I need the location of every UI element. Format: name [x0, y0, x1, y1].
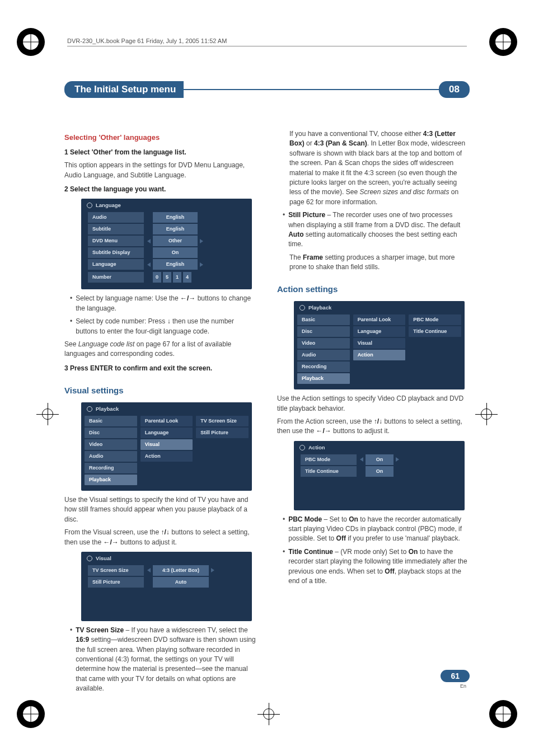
menu-item: Subtitle	[88, 224, 144, 234]
menu-item: Number	[88, 272, 144, 283]
code-digit: 1	[173, 272, 181, 283]
menu-item: Basic	[85, 416, 137, 426]
up-down-arrow-icon: ↑/↓	[374, 417, 382, 425]
menu-title: Playback	[96, 405, 119, 413]
bullet-text: Select by language name: Use the ←/→ but…	[76, 294, 257, 313]
gear-icon	[87, 203, 92, 208]
body-text: This option appears in the settings for …	[64, 161, 257, 180]
menu-item: TV Screen Size	[88, 565, 144, 576]
left-right-arrow-icon: ←/→	[316, 427, 331, 435]
menu-value: English	[153, 212, 198, 223]
code-digit: 0	[153, 272, 161, 283]
left-right-arrow-icon: ←/→	[180, 294, 195, 302]
menu-item: Disc	[297, 326, 350, 337]
menu-item: Parental Look	[353, 314, 406, 325]
code-digit: 5	[163, 272, 171, 283]
action-menu-screenshot: Action PBC ModeOn Title ContinueOn	[294, 441, 465, 510]
chapter-number: 08	[439, 81, 470, 98]
menu-item-selected: Action	[353, 350, 406, 360]
body-text: From the Action screen, use the ↑/↓ butt…	[277, 417, 470, 436]
registration-mark-icon	[489, 28, 517, 56]
section-heading: Visual settings	[64, 384, 257, 397]
menu-item-selected: Visual	[140, 439, 193, 450]
code-digit: 4	[183, 272, 191, 283]
menu-item: Video	[85, 439, 137, 450]
left-column: Selecting 'Other' languages 1 Select 'Ot…	[64, 126, 257, 697]
menu-item: Language	[88, 259, 144, 270]
gear-icon	[299, 445, 305, 450]
menu-item: Audio	[85, 451, 137, 462]
registration-mark-icon	[489, 700, 517, 728]
gear-icon	[87, 556, 92, 561]
step-label: 3 Press ENTER to confirm and exit the sc…	[64, 364, 212, 372]
menu-item: DVD Menu	[88, 236, 144, 246]
header-rule	[67, 46, 467, 46]
book-meta: DVR-230_UK.book Page 61 Friday, July 1, …	[67, 37, 227, 44]
section-heading: Action settings	[277, 283, 470, 295]
menu-item: Recording	[297, 361, 350, 372]
menu-item: Language	[353, 326, 406, 337]
menu-value: Auto	[153, 577, 209, 588]
chapter-title: The Initial Setup menu	[64, 81, 184, 98]
menu-value: English	[153, 259, 198, 270]
menu-value: 4:3 (Letter Box)	[153, 565, 209, 576]
menu-item: Visual	[353, 338, 406, 349]
section-heading: Selecting 'Other' languages	[64, 133, 257, 143]
menu-item: Video	[297, 338, 350, 349]
menu-title: Playback	[308, 304, 331, 312]
page-number: 61 En	[441, 670, 470, 689]
body-text: If you have a conventional TV, choose ei…	[289, 129, 470, 207]
menu-value: English	[153, 224, 198, 234]
crop-mark-icon	[36, 403, 59, 425]
menu-item: Recording	[85, 463, 137, 473]
left-right-arrow-icon: ←/→	[103, 538, 118, 546]
menu-item: Still Picture	[88, 577, 144, 588]
gear-icon	[299, 305, 305, 311]
menu-item: Title Continue	[301, 466, 357, 477]
playback-menu-screenshot: Playback Basic Disc Video Audio Recordin…	[81, 402, 252, 491]
crop-mark-icon	[257, 703, 280, 725]
visual-menu-screenshot: Visual TV Screen Size4:3 (Letter Box) St…	[81, 552, 252, 621]
body-text: Use the Action settings to specify Video…	[277, 394, 470, 414]
bullet-text: Title Continue – (VR mode only) Set to O…	[288, 547, 470, 586]
menu-value: On	[153, 247, 198, 258]
menu-item: Subtitle Display	[88, 247, 144, 258]
menu-title: Visual	[96, 555, 111, 562]
body-text: The Frame setting produces a sharper ima…	[289, 253, 470, 273]
menu-item: Title Continue	[409, 326, 461, 337]
menu-item: Language	[140, 428, 193, 438]
bullet-text: Still Picture – The recorder uses one of…	[288, 210, 470, 250]
body-text: See Language code list on page 67 for a …	[64, 340, 257, 359]
gear-icon	[87, 406, 92, 412]
crop-mark-icon	[475, 403, 498, 425]
bullet-text: TV Screen Size – If you have a widescree…	[76, 626, 257, 694]
menu-item: Audio	[88, 212, 144, 223]
menu-item-selected: Playback	[297, 373, 350, 384]
step-label: 1 Select 'Other' from the language list.	[64, 148, 186, 156]
menu-item: Still Picture	[196, 428, 249, 438]
chapter-title-bar: The Initial Setup menu 08	[64, 81, 470, 98]
menu-value: On	[366, 466, 394, 477]
right-column: If you have a conventional TV, choose ei…	[277, 126, 470, 697]
menu-item: Disc	[85, 428, 137, 438]
registration-mark-icon	[17, 700, 45, 728]
page-language: En	[441, 683, 470, 689]
menu-title: Language	[96, 201, 121, 209]
playback-menu-screenshot: Playback Basic Disc Video Audio Recordin…	[294, 301, 465, 389]
registration-mark-icon	[17, 28, 45, 56]
language-menu-screenshot: Language AudioEnglish SubtitleEnglish DV…	[81, 199, 252, 289]
body-text: From the Visual screen, use the ↑/↓ butt…	[64, 528, 257, 547]
menu-item-selected: Playback	[85, 475, 137, 485]
menu-item: Audio	[297, 350, 350, 360]
menu-value: On	[366, 454, 394, 465]
menu-item: PBC Mode	[301, 454, 357, 465]
menu-item: Action	[140, 451, 193, 462]
menu-item: TV Screen Size	[196, 416, 249, 426]
body-text: Use the Visual settings to specify the k…	[64, 495, 257, 524]
menu-title: Action	[308, 444, 325, 452]
page-number-badge: 61	[441, 670, 470, 682]
menu-item: Basic	[297, 314, 350, 325]
bullet-text: Select by code number: Press ↓ then use …	[76, 317, 257, 336]
menu-item: Parental Look	[140, 416, 193, 426]
menu-item: PBC Mode	[409, 314, 461, 325]
